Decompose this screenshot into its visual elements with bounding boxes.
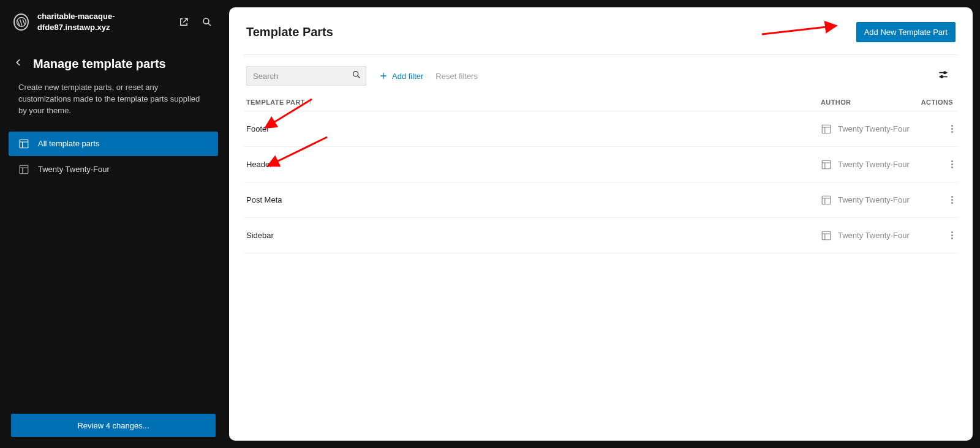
open-site-icon[interactable] [178,16,190,28]
layout-icon [821,195,832,206]
sort-ascending-icon: ↑ [309,99,312,105]
svg-rect-2 [20,140,28,148]
layout-icon [821,124,832,135]
sidebar-item-label: All template parts [38,139,99,148]
template-part-author: Twenty Twenty-Four [821,195,919,206]
svg-point-1 [203,18,209,24]
template-part-author: Twenty Twenty-Four [821,124,919,135]
layout-icon [18,164,29,175]
layout-icon [821,159,832,170]
table-row: Header Twenty Twenty-Four [244,147,958,182]
svg-rect-7 [822,125,831,133]
row-actions-button[interactable] [919,160,956,168]
table-row: Footer Twenty Twenty-Four [244,111,958,147]
svg-point-4 [353,72,358,77]
reset-filters-button[interactable]: Reset filters [435,72,478,81]
search-wrap [246,66,366,86]
kebab-icon [951,160,953,168]
layout-icon [821,230,832,241]
sidebar-item-theme[interactable]: Twenty Twenty-Four [9,157,218,182]
column-header-author[interactable]: AUTHOR [821,99,919,106]
template-part-name[interactable]: Header [246,160,821,169]
svg-point-5 [944,72,946,73]
svg-point-6 [941,76,943,78]
svg-rect-8 [822,160,831,169]
review-changes-button[interactable]: Review 4 changes... [11,414,216,437]
template-part-name[interactable]: Sidebar [246,231,821,240]
row-actions-button[interactable] [919,231,956,239]
sidebar-item-label: Twenty Twenty-Four [38,165,110,174]
kebab-icon [951,231,953,239]
search-icon[interactable] [201,16,213,28]
svg-rect-3 [20,165,28,174]
svg-rect-9 [822,196,831,204]
sidebar-title: Manage template parts [33,57,166,71]
layout-icon [18,138,29,149]
site-name: charitable-macaque-dfde87.instawp.xyz [37,11,169,32]
add-new-template-part-button[interactable]: Add New Template Part [856,22,956,42]
template-part-author: Twenty Twenty-Four [821,159,919,170]
sidebar-item-all-template-parts[interactable]: All template parts [9,132,218,156]
template-part-author: Twenty Twenty-Four [821,230,919,241]
back-chevron-icon[interactable] [13,58,23,70]
row-actions-button[interactable] [919,196,956,204]
template-part-name[interactable]: Post Meta [246,195,821,204]
table-row: Sidebar Twenty Twenty-Four [244,218,958,253]
column-header-actions: ACTIONS [919,99,956,106]
sidebar-header: charitable-macaque-dfde87.instawp.xyz [0,0,227,32]
kebab-icon [951,125,953,133]
content-header: Template Parts Add New Template Part [244,22,958,54]
svg-rect-10 [822,231,831,240]
sidebar: charitable-macaque-dfde87.instawp.xyz Ma… [0,0,227,448]
table-header-row: TEMPLATE PART ↑ AUTHOR ACTIONS [244,93,958,111]
kebab-icon [951,196,953,204]
add-filter-label: Add filter [392,72,423,81]
table-row: Post Meta Twenty Twenty-Four [244,182,958,218]
row-actions-button[interactable] [919,125,956,133]
content-panel: Template Parts Add New Template Part Add… [229,7,973,441]
search-input[interactable] [246,66,366,86]
sidebar-description: Create new template parts, or reset any … [0,80,227,132]
toolbar: Add filter Reset filters [244,66,958,93]
add-filter-button[interactable]: Add filter [379,71,423,81]
view-options-icon[interactable] [937,69,956,83]
search-icon [352,70,361,82]
page-title: Template Parts [246,25,333,39]
column-header-template[interactable]: TEMPLATE PART ↑ [246,99,821,106]
divider [244,54,958,55]
template-part-name[interactable]: Footer [246,124,821,133]
wordpress-logo-icon[interactable] [13,13,29,31]
sidebar-title-row: Manage template parts [0,32,227,80]
